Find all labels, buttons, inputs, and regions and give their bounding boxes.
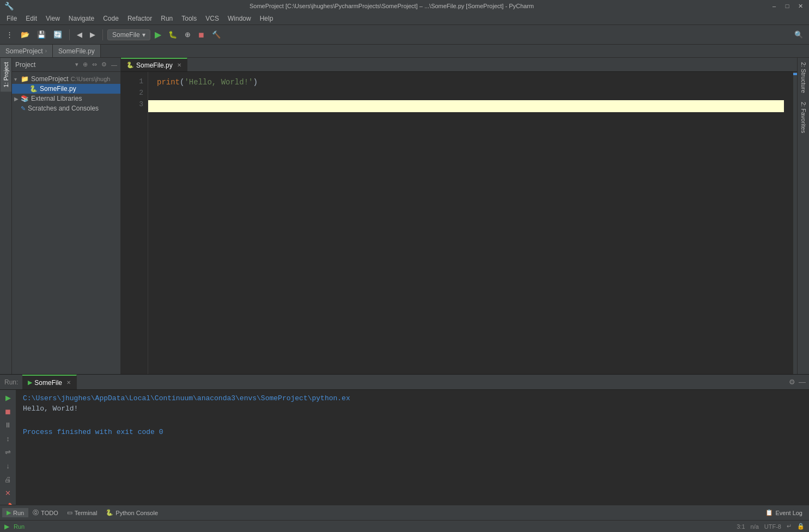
- left-sidebar-tabs: 1: Project: [0, 58, 12, 374]
- todo-tab-label: TODO: [41, 510, 58, 516]
- menu-file[interactable]: File: [2, 14, 21, 23]
- run-output-path: C:\Users\jhughes\AppData\Local\Continuum…: [23, 394, 802, 402]
- run-panel-settings[interactable]: ⚙ —: [786, 375, 809, 389]
- project-panel-settings-icon[interactable]: ⚙: [101, 61, 107, 68]
- run-clear-btn[interactable]: ✕: [2, 487, 14, 499]
- menu-refactor[interactable]: Refactor: [123, 14, 156, 23]
- editor-tab-somefile[interactable]: 🐍 SomeFile.py ✕: [121, 58, 187, 71]
- menu-edit[interactable]: Edit: [21, 14, 41, 23]
- tree-item-somefile[interactable]: 🐍 SomeFile.py: [12, 84, 120, 94]
- run-output-hello: Hello, World!: [23, 405, 802, 413]
- line-num-1: 1: [121, 76, 143, 88]
- line-num-3: 3: [121, 99, 143, 111]
- bottom-tab-event-log[interactable]: 📋 Event Log: [761, 508, 807, 517]
- status-run-label[interactable]: Run: [14, 523, 25, 530]
- menu-view[interactable]: View: [41, 14, 64, 23]
- run-minimize-icon[interactable]: —: [799, 378, 806, 386]
- run-pause-btn[interactable]: ⏸: [2, 419, 14, 431]
- run-button[interactable]: ▶: [153, 28, 163, 41]
- tree-label-external: External Libraries: [31, 95, 82, 102]
- breadcrumb-arrow: ›: [45, 48, 47, 54]
- menu-vcs[interactable]: VCS: [201, 14, 223, 23]
- toolbar-forward[interactable]: ▶: [87, 29, 98, 40]
- tree-arrow-external: ▶: [14, 96, 20, 102]
- status-encoding[interactable]: UTF-8: [764, 523, 781, 530]
- coverage-button[interactable]: ⊕: [182, 29, 193, 40]
- bottom-tab-python-console[interactable]: 🐍 Python Console: [101, 508, 162, 517]
- toolbar-sync[interactable]: 🔄: [51, 29, 65, 40]
- status-lock-icon: 🔒: [797, 523, 805, 530]
- search-everywhere-button[interactable]: 🔍: [792, 29, 806, 40]
- breadcrumb-file[interactable]: SomeFile.py: [53, 45, 101, 57]
- breadcrumb-project[interactable]: SomeProject ›: [0, 45, 53, 57]
- line-numbers: 1 2 3: [121, 72, 148, 374]
- run-tab-close[interactable]: ✕: [66, 380, 71, 386]
- tree-item-scratches[interactable]: ✎ Scratches and Consoles: [12, 103, 120, 113]
- bottom-panel: Run: ▶ SomeFile ✕ ⚙ — ▶ ◼ ⏸ ↕ ⇌ ↓ 🖨 ✕ 📌 …: [0, 374, 809, 505]
- code-content[interactable]: print('Hello, World!'): [148, 72, 793, 374]
- run-wrap-btn[interactable]: ⇌: [2, 447, 14, 458]
- toolbar-open[interactable]: 📂: [18, 29, 32, 40]
- toolbar-separator-2: [102, 29, 103, 40]
- menu-window[interactable]: Window: [223, 14, 256, 23]
- code-editor[interactable]: 1 2 3 print('Hello, World!'): [121, 72, 797, 374]
- toolbar-save[interactable]: 💾: [34, 29, 48, 40]
- toolbar-recent-projects[interactable]: ⋮: [3, 29, 16, 40]
- run-tab-icon: ▶: [28, 379, 32, 386]
- editor-scrollbar[interactable]: [793, 72, 797, 374]
- toolbar-back[interactable]: ◀: [74, 29, 85, 40]
- run-pin-btn[interactable]: 📌: [2, 501, 14, 505]
- run-rerun-btn[interactable]: ↕: [2, 433, 14, 444]
- debug-button[interactable]: 🐛: [166, 29, 180, 40]
- run-settings-icon[interactable]: ⚙: [789, 378, 795, 386]
- run-output: C:\Users\jhughes\AppData\Local\Continuum…: [16, 390, 809, 505]
- stop-button[interactable]: ◼: [196, 29, 207, 40]
- tree-label-someproject: SomeProject: [31, 75, 69, 83]
- run-tab-somefile[interactable]: ▶ SomeFile ✕: [22, 375, 77, 389]
- code-close-paren: ): [253, 76, 257, 88]
- toolbar-separator-1: [69, 29, 70, 40]
- project-panel-collapse-icon[interactable]: ⇔: [92, 61, 97, 68]
- right-tab-structure[interactable]: 2: Structure: [798, 58, 809, 97]
- run-panel-tabs: Run: ▶ SomeFile ✕ ⚙ —: [0, 375, 809, 390]
- run-scroll-btn[interactable]: ↓: [2, 460, 14, 472]
- editor-tabs: 🐍 SomeFile.py ✕: [121, 58, 797, 72]
- run-stop-btn[interactable]: ◼: [2, 406, 14, 417]
- run-configuration-selector[interactable]: SomeFile ▾: [107, 29, 150, 40]
- maximize-button[interactable]: □: [783, 3, 792, 10]
- close-button[interactable]: ✕: [796, 3, 805, 10]
- window-title: SomeProject [C:\Users\jhughes\PycharmPro…: [14, 3, 770, 9]
- status-column-label: n/a: [751, 523, 759, 530]
- build-button[interactable]: 🔨: [209, 29, 223, 40]
- right-tab-favorites[interactable]: 2: Favorites: [798, 97, 809, 137]
- bottom-tab-run[interactable]: ▶ Run: [2, 508, 28, 517]
- code-line-2: [157, 88, 793, 100]
- menu-help[interactable]: Help: [256, 14, 278, 23]
- project-panel-arrow[interactable]: ▾: [75, 61, 78, 68]
- right-sidebar-tabs: 2: Structure 2: Favorites: [797, 58, 809, 374]
- menu-code[interactable]: Code: [99, 14, 123, 23]
- bottom-toolbar: ▶ Run ⓪ TODO ▭ Terminal 🐍 Python Console…: [0, 505, 809, 520]
- code-open-paren: (: [180, 76, 184, 88]
- menu-run[interactable]: Run: [156, 14, 177, 23]
- bottom-tab-todo[interactable]: ⓪ TODO: [28, 507, 63, 518]
- project-panel-sync-icon[interactable]: ⊕: [83, 61, 88, 68]
- run-play-btn[interactable]: ▶: [2, 392, 14, 403]
- tree-item-someproject[interactable]: ▾ 📁 SomeProject C:\Users\jhugh: [12, 74, 120, 84]
- title-bar: 🔧 SomeProject [C:\Users\jhughes\PycharmP…: [0, 0, 809, 12]
- status-run-icon[interactable]: ▶: [4, 523, 9, 530]
- editor-tab-close[interactable]: ✕: [177, 62, 181, 68]
- menu-navigate[interactable]: Navigate: [64, 14, 99, 23]
- project-panel-close-icon[interactable]: —: [111, 62, 117, 68]
- app-icon: 🔧: [4, 2, 14, 10]
- terminal-tab-icon: ▭: [67, 509, 72, 516]
- sidebar-tab-project[interactable]: 1: Project: [1, 58, 11, 91]
- code-print-keyword: print: [157, 76, 180, 88]
- tree-arrow-someproject: ▾: [14, 76, 20, 82]
- bottom-tab-terminal[interactable]: ▭ Terminal: [63, 508, 102, 517]
- minimize-button[interactable]: –: [770, 3, 778, 10]
- menu-tools[interactable]: Tools: [177, 14, 201, 23]
- tree-item-external-libraries[interactable]: ▶ 📚 External Libraries: [12, 94, 120, 103]
- library-icon: 📚: [21, 95, 29, 102]
- run-print-btn[interactable]: 🖨: [2, 474, 14, 485]
